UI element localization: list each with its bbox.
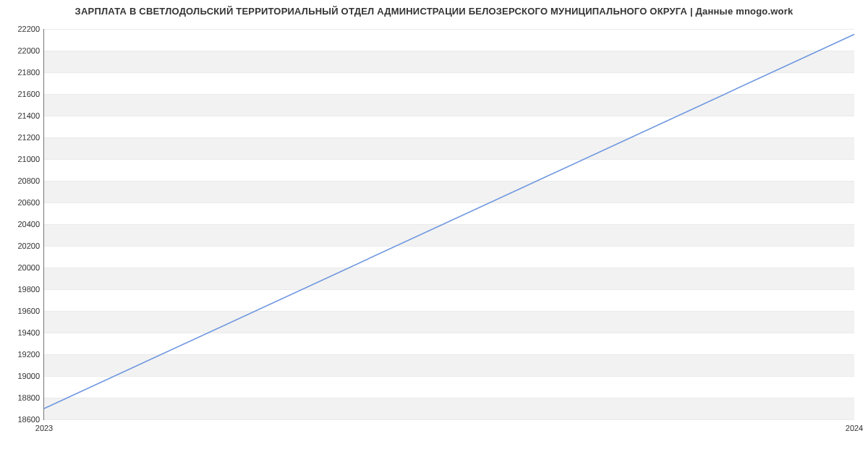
y-tick-label: 21600: [17, 90, 40, 98]
y-tick-label: 20000: [17, 263, 40, 272]
x-tick-label: 2024: [846, 424, 863, 432]
chart-container: ЗАРПЛАТА В СВЕТЛОДОЛЬСКИЙ ТЕРРИТОРИАЛЬНЫ…: [0, 0, 868, 448]
plot-area: 1860018800190001920019400196001980020000…: [43, 29, 854, 420]
y-tick-label: 18800: [17, 393, 40, 402]
y-tick-label: 18600: [17, 415, 40, 424]
y-tick-label: 21400: [17, 111, 40, 120]
y-tick-label: 20400: [17, 220, 40, 228]
y-tick-label: 21800: [17, 68, 40, 77]
y-tick-label: 21000: [17, 155, 40, 163]
x-tick-label: 2023: [35, 424, 53, 432]
y-tick-label: 19000: [17, 372, 40, 380]
y-tick-label: 19800: [17, 285, 40, 294]
series-line: [44, 35, 854, 409]
y-tick-label: 20600: [17, 198, 40, 207]
y-tick-label: 19600: [17, 307, 40, 315]
y-tick-label: 22200: [17, 25, 40, 33]
y-tick-label: 19200: [17, 350, 40, 359]
y-tick-label: 22000: [17, 46, 40, 55]
y-tick-label: 20800: [17, 176, 40, 185]
chart-title: ЗАРПЛАТА В СВЕТЛОДОЛЬСКИЙ ТЕРРИТОРИАЛЬНЫ…: [0, 6, 868, 17]
y-tick-label: 20200: [17, 242, 40, 250]
gridline: [44, 419, 854, 420]
y-tick-label: 19400: [17, 328, 40, 337]
line-series: [44, 29, 854, 419]
y-tick-label: 21200: [17, 133, 40, 142]
